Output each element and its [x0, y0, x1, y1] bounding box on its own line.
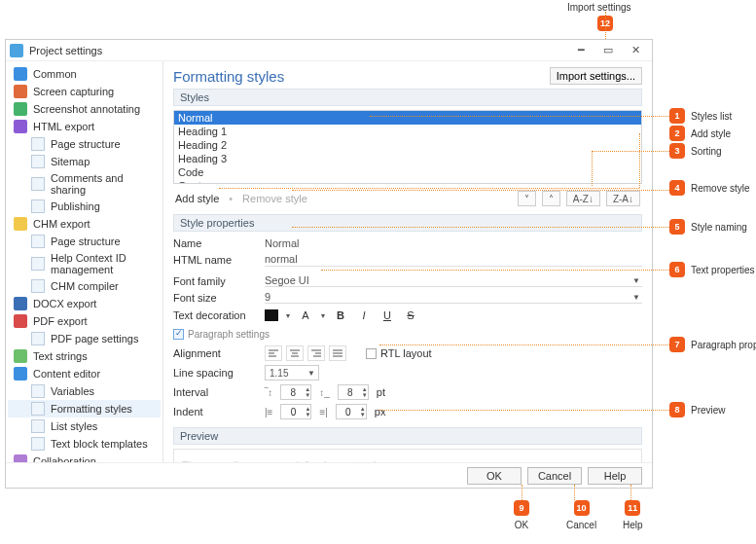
- interval-top-stepper[interactable]: 8▲▼: [280, 384, 311, 400]
- annotation-badge-6: 6: [669, 262, 685, 277]
- align-justify-button[interactable]: [329, 345, 346, 361]
- sidebar-item[interactable]: Variables: [8, 382, 161, 400]
- annotation-label-7: Paragraph properties: [691, 340, 756, 350]
- sidebar-item-label: Collaboration: [33, 455, 96, 462]
- sort-az-button[interactable]: A-Z↓: [566, 191, 600, 206]
- sidebar-item-label: Help Context ID management: [51, 252, 157, 275]
- align-center-button[interactable]: [286, 345, 304, 361]
- styles-list-row[interactable]: Code: [174, 165, 641, 179]
- html-icon: [14, 120, 27, 133]
- list-icon: [31, 419, 45, 433]
- html-name-input[interactable]: normal: [265, 253, 642, 267]
- ok-button[interactable]: OK: [467, 467, 522, 485]
- sidebar-item-label: CHM compiler: [51, 280, 119, 292]
- sidebar-item[interactable]: Content editor: [8, 365, 161, 382]
- sidebar-item[interactable]: Collaboration: [8, 453, 161, 462]
- annotation-label-4: Remove style: [691, 183, 750, 194]
- font-size-select[interactable]: 9▼: [265, 291, 642, 304]
- dialog-footer: OK Cancel Help: [6, 462, 652, 488]
- styles-list-row[interactable]: Heading 1: [174, 125, 641, 138]
- sidebar-item[interactable]: Common: [8, 65, 161, 83]
- styles-list[interactable]: NormalHeading 1Heading 2Heading 3CodeQuo…: [173, 110, 642, 184]
- sidebar-item-label: Publishing: [51, 200, 100, 212]
- indent-left-icon: |≡: [265, 407, 272, 417]
- styles-list-row[interactable]: Heading 2: [174, 138, 641, 152]
- sidebar-item[interactable]: CHM export: [8, 215, 161, 233]
- indent-label: Indent: [173, 406, 257, 417]
- align-right-button[interactable]: [307, 345, 325, 361]
- sidebar-item[interactable]: PDF export: [8, 312, 161, 330]
- paragraph-settings-label: Paragraph settings: [188, 329, 270, 340]
- indent-left-stepper[interactable]: 0▲▼: [280, 404, 311, 419]
- annotation-badge-1: 1: [669, 108, 685, 124]
- maximize-button[interactable]: ▭: [595, 42, 621, 59]
- sidebar-item[interactable]: Page structure: [8, 135, 161, 153]
- sidebar-item-label: Page structure: [51, 138, 121, 150]
- sidebar-item[interactable]: Text strings: [8, 347, 161, 365]
- annotation-label-8: Preview: [691, 405, 726, 416]
- styles-list-row[interactable]: Normal: [174, 111, 641, 125]
- import-settings-button[interactable]: Import settings...: [550, 67, 642, 85]
- styles-panel-header: Styles: [173, 89, 642, 106]
- help-button[interactable]: Help: [588, 467, 642, 485]
- paragraph-settings-checkbox[interactable]: ✓: [173, 329, 184, 340]
- sidebar-item-label: Variables: [51, 385, 94, 397]
- line-spacing-select[interactable]: 1.15▼: [265, 365, 319, 381]
- sidebar-item[interactable]: Screen capturing: [8, 83, 161, 100]
- annotation-badge-4: 4: [669, 180, 685, 196]
- compiler-icon: [31, 279, 45, 293]
- pdf-icon: [14, 314, 27, 328]
- move-down-button[interactable]: ˅: [518, 191, 536, 206]
- page-icon: [31, 332, 45, 345]
- underline-style-button[interactable]: A: [298, 308, 313, 323]
- sidebar-item-label: Comments and sharing: [51, 172, 157, 196]
- minimize-button[interactable]: ━: [568, 42, 594, 59]
- sidebar-item-label: List styles: [51, 420, 97, 432]
- underline-button[interactable]: U: [379, 308, 395, 323]
- styles-list-row[interactable]: Heading 3: [174, 152, 641, 165]
- sidebar-item[interactable]: Comments and sharing: [8, 170, 161, 198]
- styles-list-row[interactable]: Quote: [174, 179, 641, 184]
- sort-za-button[interactable]: Z-A↓: [606, 191, 640, 206]
- sidebar-item[interactable]: Page structure: [8, 233, 161, 250]
- annotation-label-6: Text properties: [691, 265, 755, 275]
- add-style-button[interactable]: Add style: [175, 193, 219, 204]
- chevron-down-icon: ▼: [632, 276, 640, 285]
- block-icon: [31, 437, 45, 451]
- sidebar-item[interactable]: CHM compiler: [8, 277, 161, 295]
- sidebar-item[interactable]: DOCX export: [8, 295, 161, 312]
- strikethrough-button[interactable]: S: [403, 308, 418, 323]
- move-up-button[interactable]: ˄: [542, 191, 560, 206]
- sidebar-item[interactable]: Screenshot annotating: [8, 100, 161, 118]
- sidebar-item[interactable]: PDF page settings: [8, 330, 161, 347]
- sidebar: CommonScreen capturingScreenshot annotat…: [6, 61, 163, 462]
- interval-unit-label: pt: [377, 386, 385, 398]
- font-family-select[interactable]: Segoe UI▼: [265, 274, 642, 287]
- sidebar-item[interactable]: Publishing: [8, 198, 161, 215]
- remove-style-button[interactable]: Remove style: [242, 193, 307, 204]
- sidebar-item[interactable]: List styles: [8, 417, 161, 435]
- sidebar-item-label: Text block templates: [51, 438, 148, 450]
- annotation-badge-2: 2: [669, 126, 685, 141]
- interval-bottom-stepper[interactable]: 8▲▼: [338, 384, 369, 400]
- rtl-checkbox[interactable]: [366, 348, 377, 359]
- cloud-icon: [31, 199, 45, 213]
- sidebar-item[interactable]: Help Context ID management: [8, 250, 161, 277]
- close-button[interactable]: ✕: [623, 42, 648, 59]
- name-input[interactable]: Normal: [265, 237, 642, 249]
- sidebar-item-label: Page structure: [51, 236, 121, 247]
- bold-button[interactable]: B: [333, 308, 348, 323]
- sidebar-item[interactable]: Text block templates: [8, 435, 161, 453]
- sidebar-item[interactable]: HTML export: [8, 118, 161, 135]
- align-left-button[interactable]: [265, 345, 282, 361]
- sidebar-item[interactable]: Formatting styles: [8, 400, 161, 417]
- chevron-down-icon: ▼: [632, 293, 640, 302]
- cancel-button[interactable]: Cancel: [527, 467, 582, 485]
- sidebar-item-label: Text strings: [33, 350, 88, 362]
- indent-right-stepper[interactable]: 0▲▼: [336, 404, 367, 419]
- italic-button[interactable]: I: [356, 308, 372, 323]
- interval-label: Interval: [173, 386, 257, 398]
- color-swatch[interactable]: [265, 309, 278, 321]
- sidebar-item[interactable]: Sitemap: [8, 153, 161, 170]
- annotation-badge-3: 3: [669, 143, 685, 159]
